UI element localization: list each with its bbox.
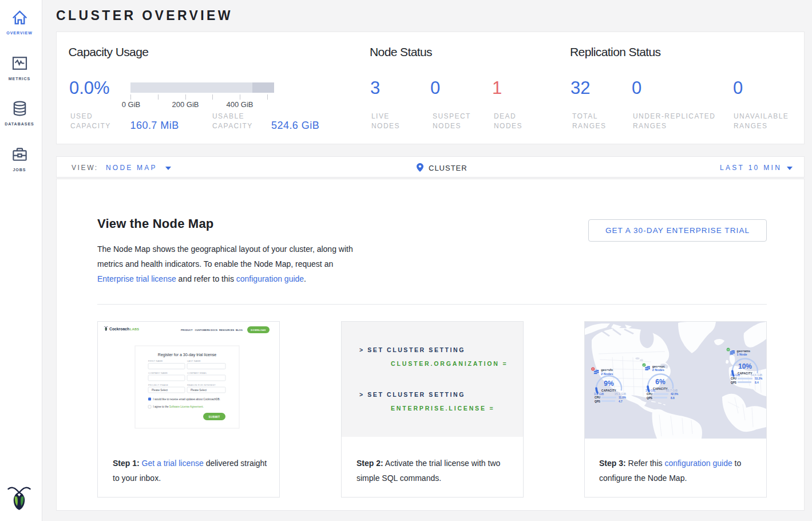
svg-text:COMPANY NAME: COMPANY NAME — [148, 372, 168, 374]
svg-text:SUBMIT: SUBMIT — [208, 416, 220, 419]
svg-text:42.5%: 42.5% — [671, 393, 679, 396]
svg-text:CPU: CPU — [731, 377, 737, 380]
svg-text:PROJECT PHASE: PROJECT PHASE — [148, 384, 168, 386]
svg-text:CPU: CPU — [595, 396, 601, 399]
svg-text:CUSTOMERS: CUSTOMERS — [195, 329, 211, 331]
svg-text:QPS: QPS — [647, 397, 652, 400]
svg-text:6%: 6% — [655, 378, 666, 386]
svg-text:REASON FOR INTEREST: REASON FOR INTEREST — [187, 384, 216, 386]
svg-text:LABS: LABS — [130, 327, 139, 331]
svg-text:Please Select: Please Select — [152, 389, 168, 392]
svg-text:8.8: 8.8 — [671, 397, 675, 400]
svg-text:1 Node: 1 Node — [737, 353, 747, 356]
svg-text:RESOURCES: RESOURCES — [219, 329, 234, 331]
svg-text:4.7: 4.7 — [619, 400, 623, 403]
svg-text:LAST NAME: LAST NAME — [187, 360, 201, 362]
svg-text:8.4: 8.4 — [755, 381, 759, 384]
svg-text:DOCS: DOCS — [211, 329, 217, 331]
svg-text:10%: 10% — [738, 362, 752, 370]
svg-text:54.6 GiB: 54.6 GiB — [751, 373, 763, 377]
svg-text:CPU: CPU — [647, 393, 653, 396]
svg-text:3.2 GiB: 3.2 GiB — [594, 392, 604, 396]
svg-text:geo=nyc: geo=nyc — [652, 365, 665, 368]
svg-text:3.7 GiB: 3.7 GiB — [645, 389, 656, 392]
svg-text:3.6 GiB: 3.6 GiB — [730, 373, 740, 377]
svg-text:PRODUCT: PRODUCT — [181, 329, 193, 331]
svg-text:2 Nodes: 2 Nodes — [601, 372, 613, 376]
svg-text:Cockroach: Cockroach — [109, 327, 129, 331]
svg-text:Register for a 30-day trial li: Register for a 30-day trial license — [158, 353, 216, 357]
svg-text:53.2%: 53.2% — [755, 377, 763, 380]
svg-text:DOWNLOAD: DOWNLOAD — [251, 329, 266, 331]
svg-text:COMPANY EMAIL: COMPANY EMAIL — [187, 372, 207, 374]
svg-text:QPS: QPS — [731, 381, 736, 384]
svg-text:35.1 GiB: 35.1 GiB — [615, 392, 627, 396]
svg-text:11.0%: 11.0% — [619, 396, 627, 399]
svg-text:65.7 GiB: 65.7 GiB — [666, 389, 678, 392]
svg-text:I agree to the Software Licens: I agree to the Software License Agreemen… — [153, 405, 204, 408]
svg-text:BLOG: BLOG — [236, 329, 243, 331]
svg-text:QPS: QPS — [595, 400, 600, 403]
svg-text:2 Nodes: 2 Nodes — [652, 368, 664, 372]
svg-text:Please Select: Please Select — [191, 389, 207, 392]
svg-text:I would like to receive email: I would like to receive email updates ab… — [153, 398, 220, 401]
svg-text:geo=ams: geo=ams — [737, 349, 751, 353]
svg-text:FIRST NAME: FIRST NAME — [148, 360, 163, 362]
svg-text:geo=sfo: geo=sfo — [601, 368, 613, 372]
svg-text:9%: 9% — [604, 380, 614, 388]
